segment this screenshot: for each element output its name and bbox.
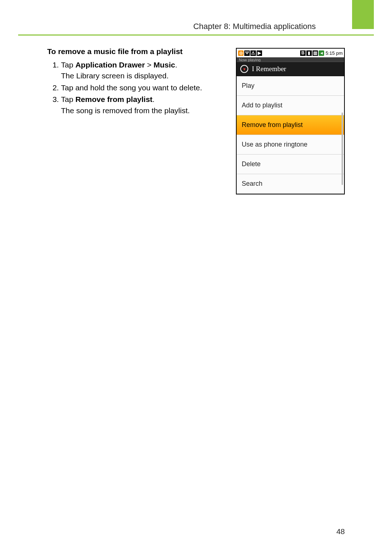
bluetooth-icon: B xyxy=(300,50,306,56)
now-playing-label: Now playing xyxy=(237,57,344,62)
step-3-suffix: . xyxy=(152,95,155,103)
menu-item-remove-from-playlist[interactable]: Remove from playlist xyxy=(237,115,344,135)
step-3-bold-1: Remove from playlist xyxy=(75,95,152,103)
page-number: 48 xyxy=(336,527,345,536)
menu-item-play[interactable]: Play xyxy=(237,76,344,96)
notification-icon: ◎ xyxy=(238,50,244,56)
song-header[interactable]: ▾ I Remember xyxy=(237,62,344,76)
chapter-title: Chapter 8: Multimedia applications xyxy=(44,22,316,31)
page: Chapter 8: Multimedia applications To re… xyxy=(0,0,392,554)
step-1-mid: > xyxy=(145,61,154,69)
song-title: I Remember xyxy=(252,65,286,73)
step-1-bold-1: Application Drawer xyxy=(75,61,145,69)
scrollbar-thumb[interactable] xyxy=(342,112,343,185)
status-time: 5:15 pm xyxy=(326,50,343,56)
step-2-text: Tap and hold the song you want to delete… xyxy=(61,83,202,92)
song-target-icon: ▾ xyxy=(240,65,248,73)
context-menu: Play Add to playlist Remove from playlis… xyxy=(237,76,344,194)
menu-item-delete[interactable]: Delete xyxy=(237,155,344,174)
step-3-result: The song is removed from the playlist. xyxy=(61,106,190,115)
warning-icon: ⚠ xyxy=(250,50,256,56)
signal-icon: ▥ xyxy=(313,50,318,56)
menu-item-add-to-playlist[interactable]: Add to playlist xyxy=(237,96,344,115)
step-1-suffix: . xyxy=(175,61,177,69)
accent-tab xyxy=(352,0,374,29)
step-3-prefix: Tap xyxy=(61,95,75,103)
step-1-prefix: Tap xyxy=(61,61,75,69)
sim-icon: ▮ xyxy=(306,50,312,56)
status-icons-left: ◎ Ψ ⚠ ▶ xyxy=(238,50,262,56)
header-rule xyxy=(18,34,374,36)
status-bar: ◎ Ψ ⚠ ▶ B ▮ ▥ ◂ 5:15 pm xyxy=(237,49,344,57)
menu-item-use-as-ringtone[interactable]: Use as phone ringtone xyxy=(237,135,344,155)
battery-icon: ◂ xyxy=(319,50,324,56)
menu-item-search[interactable]: Search xyxy=(237,174,344,194)
usb-icon: Ψ xyxy=(244,50,250,56)
play-icon: ▶ xyxy=(257,50,262,56)
step-1-result: The Library screen is displayed. xyxy=(61,71,168,80)
screenshot: ◎ Ψ ⚠ ▶ B ▮ ▥ ◂ 5:15 pm Now playing ▾ I … xyxy=(236,48,345,194)
step-1-bold-2: Music xyxy=(154,61,175,69)
status-icons-right: B ▮ ▥ ◂ 5:15 pm xyxy=(300,50,343,56)
